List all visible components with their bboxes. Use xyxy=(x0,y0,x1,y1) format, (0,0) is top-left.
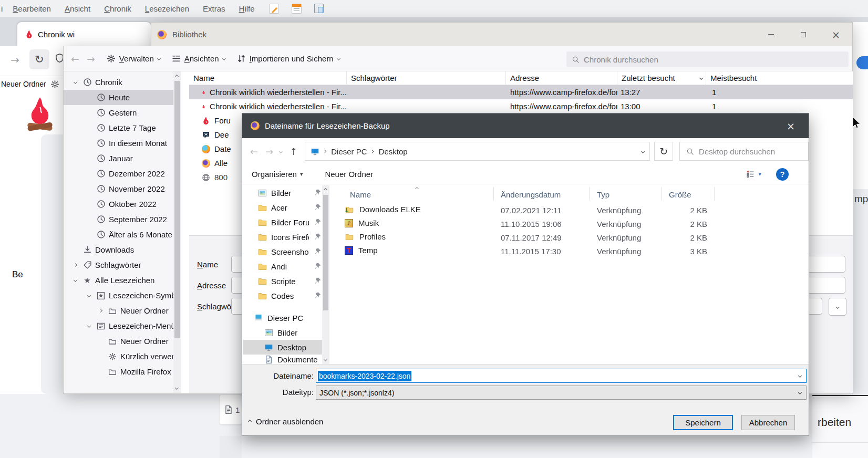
tree-item-mozilla-firefox[interactable]: Mozilla Firefox xyxy=(64,364,181,379)
bookmarks-item-neuer-ordner[interactable]: Neuer Ordner xyxy=(0,80,46,88)
copy-icon[interactable] xyxy=(314,4,324,13)
library-search-input[interactable]: Chronik durchsuchen xyxy=(566,51,849,67)
scrollbar-thumb[interactable] xyxy=(174,81,180,338)
pin-icon[interactable] xyxy=(314,233,322,241)
view-mode-icon[interactable] xyxy=(746,170,755,179)
file-row[interactable]: T Temp xyxy=(345,246,378,255)
tree-item-in-diesem-monat[interactable]: In diesem Monat xyxy=(64,136,181,151)
tree-item-aelter-als-6-monate[interactable]: Älter als 6 Monate xyxy=(64,227,181,242)
nav-item-icons-firefox-pinned[interactable]: Icons Firefox xyxy=(243,230,322,244)
tags-dropdown-button[interactable] xyxy=(829,298,846,316)
nav-item-scripte-pinned[interactable]: Scripte xyxy=(243,274,322,288)
pin-icon[interactable] xyxy=(314,262,322,270)
back-icon[interactable]: ← xyxy=(250,146,258,157)
pin-icon[interactable] xyxy=(314,203,322,211)
file-row[interactable]: ♪ Musik xyxy=(345,218,379,227)
calendar-icon[interactable] xyxy=(292,4,302,14)
filetype-select[interactable]: JSON (*.json;*.jsonlz4) xyxy=(316,386,807,400)
tree-item-september-2022[interactable]: September 2022 xyxy=(64,212,181,227)
tree-item-kuerzlich-verwendet[interactable]: Kürzlich verwende xyxy=(64,349,181,364)
cancel-button[interactable]: Abbrechen xyxy=(741,415,795,430)
tree-item-schlagwoerter[interactable]: Schlagwörter xyxy=(64,257,181,273)
blue-button-fragment[interactable] xyxy=(856,56,868,69)
close-button[interactable]: × xyxy=(820,23,852,46)
table-row[interactable]: Chronik wirklich wiederherstellen - Fir.… xyxy=(189,85,853,99)
notes-icon[interactable] xyxy=(269,4,279,14)
hide-folders-button[interactable]: Ordner ausblenden xyxy=(249,417,323,426)
gear-icon[interactable] xyxy=(50,80,59,89)
sidebar-scrollbar[interactable] xyxy=(173,71,181,393)
nav-item-andi-pinned[interactable]: Andi xyxy=(243,259,322,274)
file-column-aenderungsdatum[interactable]: Änderungsdatum xyxy=(501,190,561,199)
dialog-titlebar[interactable]: Dateiname für Lesezeichen-Backup × xyxy=(242,113,809,138)
refresh-button[interactable]: ↻ xyxy=(654,142,673,161)
dialog-search-input[interactable]: Desktop durchsuchen xyxy=(679,142,809,161)
pin-icon[interactable] xyxy=(314,189,322,196)
tree-item-lesezeichen-menue[interactable]: Lesezeichen-Menü xyxy=(64,318,181,334)
library-titlebar[interactable]: Bibliothek × xyxy=(151,22,853,46)
breadcrumb-dieser-pc[interactable]: Dieser PC xyxy=(331,147,367,156)
new-folder-button[interactable]: Neuer Ordner xyxy=(325,170,373,179)
column-name[interactable]: Name xyxy=(189,71,347,85)
menu-item-hilfe[interactable]: Hilfe xyxy=(232,4,262,13)
close-icon[interactable]: × xyxy=(787,120,795,132)
tree-item-letzte-7-tage[interactable]: Letzte 7 Tage xyxy=(64,120,181,136)
pin-icon[interactable] xyxy=(314,218,322,226)
pin-icon[interactable] xyxy=(314,277,322,285)
nav-item-codes-pinned[interactable]: Codes xyxy=(243,288,322,303)
filename-dropdown-icon[interactable] xyxy=(798,374,802,378)
up-icon[interactable]: ↑ xyxy=(290,146,297,157)
forward-icon[interactable]: → xyxy=(87,53,95,65)
nav-item-bilder[interactable]: Bilder xyxy=(243,325,322,340)
menu-item-extras[interactable]: Extras xyxy=(196,4,232,13)
address-dropdown-icon[interactable] xyxy=(641,149,645,153)
save-button[interactable]: Speichern xyxy=(673,415,733,430)
tree-item-november-2022[interactable]: November 2022 xyxy=(64,181,181,196)
pin-icon[interactable] xyxy=(314,247,322,255)
breadcrumb-desktop[interactable]: Desktop xyxy=(379,147,408,156)
filename-input[interactable]: bookmarks-2023-02-22.json xyxy=(316,369,807,383)
menu-item-bearbeiten[interactable]: Bearbeiten xyxy=(6,4,58,13)
menu-item-datei-fragment[interactable]: i xyxy=(0,4,6,13)
file-column-typ[interactable]: Typ xyxy=(597,190,609,199)
recent-locations-icon[interactable] xyxy=(279,149,283,153)
ansichten-button[interactable]: Ansichten xyxy=(168,51,230,66)
tree-item-heute[interactable]: Heute xyxy=(64,90,181,105)
tree-item-alle-lesezeichen[interactable]: ★Alle Lesezeichen xyxy=(64,273,181,288)
maximize-button[interactable] xyxy=(787,23,820,46)
table-row[interactable]: Chronik wirklich wiederherstellen - Fir.… xyxy=(189,99,853,113)
column-adresse[interactable]: Adresse xyxy=(506,71,617,85)
tree-item-januar[interactable]: Januar xyxy=(64,151,181,166)
reload-icon[interactable]: ↻ xyxy=(35,53,44,66)
tree-item-chronik[interactable]: Chronik xyxy=(64,75,181,90)
column-meistbesucht[interactable]: Meistbesucht xyxy=(706,71,853,85)
file-row[interactable]: ↓ Downloads ELKE xyxy=(345,205,421,214)
nav-item-acer-pinned[interactable]: Acer xyxy=(243,200,322,215)
column-zuletzt-besucht[interactable]: Zuletzt besucht xyxy=(617,71,706,85)
back-icon[interactable]: ← xyxy=(71,53,79,65)
file-row[interactable]: Profiles xyxy=(345,232,386,241)
nav-item-dieser-pc[interactable]: Dieser PC xyxy=(243,310,322,325)
menu-item-lesezeichen[interactable]: Lesezeichen xyxy=(138,4,196,13)
tree-item-neuer-ordner[interactable]: Neuer Ordner xyxy=(64,303,181,318)
tree-item-gestern[interactable]: Gestern xyxy=(64,105,181,120)
nav-item-dokumente[interactable]: Dokumente xyxy=(243,355,322,364)
file-column-groesse[interactable]: Größe xyxy=(669,190,691,199)
minimize-button[interactable] xyxy=(755,23,787,46)
verwalten-button[interactable]: Verwalten xyxy=(102,51,164,66)
view-dropdown-icon[interactable]: ▾ xyxy=(758,171,761,178)
file-column-name[interactable]: Name xyxy=(350,190,371,199)
tree-item-neuer-ordner-2[interactable]: Neuer Ordner xyxy=(64,334,181,349)
nav-item-screenshots-pinned[interactable]: Screenshots xyxy=(243,244,322,259)
pin-icon[interactable] xyxy=(314,292,322,299)
nav-item-bilder-forum-pinned[interactable]: Bilder Forum xyxy=(243,215,322,230)
filetype-dropdown-icon[interactable] xyxy=(798,391,802,394)
nav-item-bilder-pinned[interactable]: Bilder xyxy=(243,185,322,200)
help-button[interactable]: ? xyxy=(776,168,789,181)
tree-item-oktober-2022[interactable]: Oktober 2022 xyxy=(64,196,181,212)
forward-icon[interactable]: → xyxy=(265,146,273,157)
column-schlagwoerter[interactable]: Schlagwörter xyxy=(347,71,506,85)
tree-item-downloads[interactable]: Downloads xyxy=(64,242,181,257)
menu-item-ansicht[interactable]: Ansicht xyxy=(58,4,97,13)
tree-item-dezember-2022[interactable]: Dezember 2022 xyxy=(64,166,181,181)
